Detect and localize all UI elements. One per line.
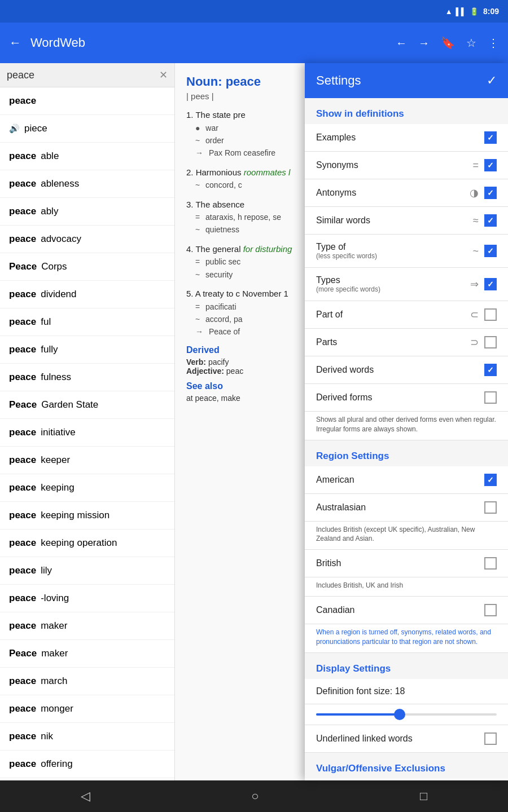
word-bold: peace <box>9 289 36 300</box>
nav-home-button[interactable]: ○ <box>251 789 259 804</box>
setting-derived-forms[interactable]: Derived forms <box>305 384 508 412</box>
word-rest: fully <box>41 344 58 355</box>
type-of-icon: ~ <box>472 245 479 257</box>
setting-american[interactable]: American <box>305 466 508 494</box>
type-of-label: Type of(less specific words) <box>316 242 472 260</box>
antonyms-checkbox[interactable] <box>484 187 497 199</box>
overflow-menu-icon[interactable]: ⋮ <box>488 36 499 50</box>
nav-back-icon[interactable]: ← <box>396 37 407 50</box>
slider-track[interactable] <box>316 713 497 716</box>
word-bold: peace <box>9 427 36 438</box>
word-bold: peace <box>9 454 36 466</box>
signal-icon: ▌▌ <box>456 7 466 16</box>
star-icon[interactable]: ☆ <box>466 36 476 50</box>
canadian-checkbox[interactable] <box>484 604 497 616</box>
list-item[interactable]: peacekeeping mission <box>0 502 174 529</box>
list-item[interactable]: peace-loving <box>0 585 174 612</box>
list-item[interactable]: peace <box>0 87 174 115</box>
app-bar: ← WordWeb ← → 🔖 ☆ ⋮ <box>0 23 508 63</box>
list-item[interactable]: peaceable <box>0 143 174 170</box>
word-bold: Peace <box>9 399 37 411</box>
word-bold: peace <box>9 372 36 383</box>
setting-british[interactable]: British <box>305 550 508 577</box>
list-item[interactable]: peace advocacy <box>0 226 174 253</box>
list-item[interactable]: peace march <box>0 668 174 695</box>
australasian-checkbox[interactable] <box>484 501 497 514</box>
list-item[interactable]: peacemaker <box>0 612 174 640</box>
synonyms-checkbox[interactable] <box>484 159 497 171</box>
list-item[interactable]: peaceably <box>0 198 174 226</box>
list-item[interactable]: peacenik <box>0 723 174 751</box>
settings-title: Settings <box>316 73 361 88</box>
australasian-label: Australasian <box>316 502 484 513</box>
word-rest: march <box>41 676 67 687</box>
vulgar-exclusions-title: Vulgar/Offensive Exclusions <box>305 753 508 779</box>
parts-icon: ⊃ <box>470 336 479 348</box>
list-item[interactable]: peacefulness <box>0 364 174 391</box>
word-list: ✕ peace 🔊 piece peaceable peaceableness … <box>0 63 175 780</box>
list-item[interactable]: Peace Corps <box>0 253 174 281</box>
setting-type-of[interactable]: Type of(less specific words) ~ <box>305 235 508 268</box>
word-bold: peace <box>9 676 36 687</box>
list-item[interactable]: peacekeeping operation <box>0 529 174 557</box>
setting-examples[interactable]: Examples <box>305 124 508 152</box>
british-checkbox[interactable] <box>484 557 497 570</box>
list-item[interactable]: peace offering <box>0 751 174 778</box>
types-checkbox[interactable] <box>484 278 497 290</box>
setting-synonyms[interactable]: Synonyms = <box>305 152 508 179</box>
list-item[interactable]: Peacemaker <box>0 640 174 668</box>
back-button[interactable]: ← <box>9 36 21 50</box>
similar-words-checkbox[interactable] <box>484 214 497 227</box>
examples-checkbox[interactable] <box>484 131 497 144</box>
list-item[interactable]: Peace Garden State <box>0 391 174 419</box>
setting-similar-words[interactable]: Similar words ≈ <box>305 207 508 235</box>
nav-back-button[interactable]: ◁ <box>81 789 90 804</box>
derived-forms-checkbox[interactable] <box>484 391 497 404</box>
list-item[interactable]: 🔊 piece <box>0 115 174 143</box>
setting-underlined-linked-words[interactable]: Underlined linked words <box>305 725 508 753</box>
word-rest: maker <box>41 620 67 632</box>
list-item[interactable]: peaceful <box>0 308 174 336</box>
derived-words-checkbox[interactable] <box>484 364 497 376</box>
bookmark-icon[interactable]: 🔖 <box>441 36 455 50</box>
synonyms-label: Synonyms <box>316 160 472 170</box>
word-bold: peace <box>9 95 36 107</box>
settings-confirm-button[interactable]: ✓ <box>487 73 497 88</box>
type-of-checkbox[interactable] <box>484 245 497 257</box>
show-in-definitions-title: Show in definitions <box>305 98 508 124</box>
setting-derived-words[interactable]: Derived words <box>305 356 508 384</box>
setting-parts[interactable]: Parts ⊃ <box>305 329 508 356</box>
underlined-linked-words-checkbox[interactable] <box>484 732 497 745</box>
setting-antonyms[interactable]: Antonyms ◑ <box>305 179 508 207</box>
list-item[interactable]: peace dividend <box>0 281 174 308</box>
app-title: WordWeb <box>30 36 396 50</box>
canadian-label: Canadian <box>316 605 484 615</box>
list-item[interactable]: peace lily <box>0 557 174 585</box>
setting-part-of[interactable]: Part of ⊂ <box>305 301 508 329</box>
list-item[interactable]: peacemonger <box>0 695 174 723</box>
nav-recents-button[interactable]: □ <box>420 789 427 804</box>
slider-thumb[interactable] <box>394 709 405 720</box>
derived-forms-label: Derived forms <box>316 392 484 403</box>
clear-icon[interactable]: ✕ <box>159 69 168 81</box>
word-rest: lily <box>41 565 52 576</box>
word-bold: peace <box>9 178 36 189</box>
derived-forms-note: Shows all plural and other derived forms… <box>305 412 508 440</box>
font-size-slider-container <box>305 704 508 725</box>
list-item[interactable]: peacefully <box>0 336 174 364</box>
setting-types[interactable]: Types(more specific words) ⇒ <box>305 268 508 301</box>
list-item[interactable]: peaceableness <box>0 170 174 198</box>
list-item[interactable]: peace initiative <box>0 419 174 447</box>
parts-checkbox[interactable] <box>484 336 497 348</box>
part-of-checkbox[interactable] <box>484 308 497 321</box>
list-item[interactable]: peacekeeper <box>0 447 174 474</box>
search-input[interactable] <box>7 69 159 81</box>
word-bold: peace <box>9 620 36 632</box>
american-checkbox[interactable] <box>484 474 497 486</box>
setting-block-from-showing[interactable]: Block from showing <box>305 779 508 780</box>
list-item[interactable]: peacekeeping <box>0 474 174 502</box>
setting-australasian[interactable]: Australasian <box>305 494 508 522</box>
setting-canadian[interactable]: Canadian <box>305 597 508 624</box>
def-num: 3. <box>186 200 195 209</box>
nav-forward-icon[interactable]: → <box>418 37 430 50</box>
